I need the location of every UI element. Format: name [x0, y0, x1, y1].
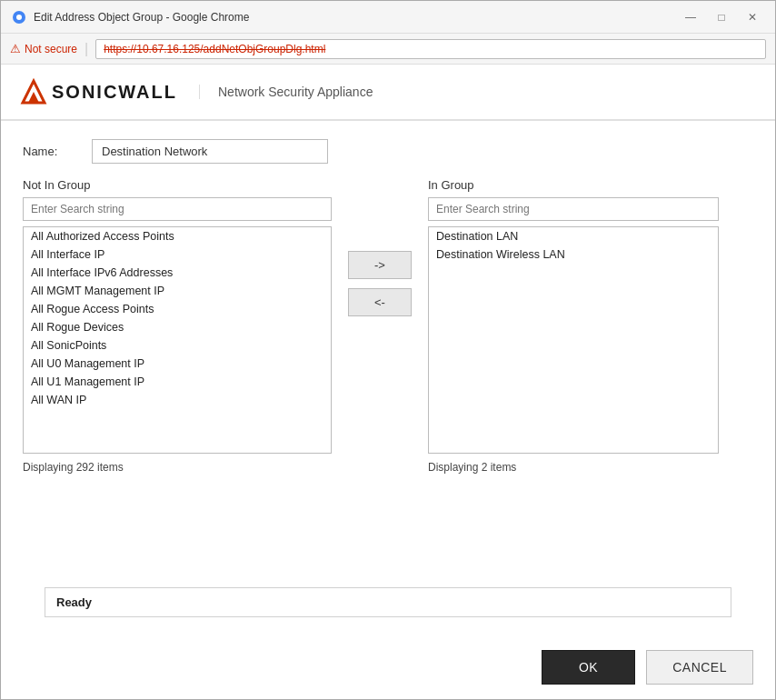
maximize-button[interactable]: □ [710, 7, 733, 27]
not-in-group-title: Not In Group [23, 178, 332, 192]
sonicwall-logo-icon [19, 77, 48, 106]
address-bar: ⚠ Not secure | https://10.67.16.125/addN… [1, 34, 775, 65]
footer: OK CANCEL [1, 635, 775, 699]
list-item[interactable]: All SonicPoints [24, 336, 331, 355]
list-item[interactable]: All Rogue Access Points [24, 300, 331, 318]
name-input[interactable] [92, 139, 328, 164]
svg-marker-3 [28, 92, 39, 103]
list-item[interactable]: All U0 Management IP [24, 355, 331, 373]
in-group-search[interactable] [428, 197, 719, 221]
in-group-list[interactable]: Destination LAN Destination Wireless LAN [428, 226, 719, 454]
minimize-button[interactable]: — [679, 7, 702, 27]
svg-point-1 [16, 15, 22, 20]
not-in-group-count: Displaying 292 items [23, 461, 332, 474]
title-bar: Edit Address Object Group - Google Chrom… [1, 1, 775, 34]
name-row: Name: [23, 139, 753, 164]
remove-from-group-button[interactable]: <- [348, 288, 412, 316]
url-bar[interactable]: https://10.67.16.125/addNetObjGroupDlg.h… [95, 39, 766, 59]
not-in-group-search[interactable] [23, 197, 332, 221]
divider: | [85, 41, 88, 57]
close-button[interactable]: ✕ [741, 7, 764, 27]
panels-container: Not In Group All Authorized Access Point… [23, 178, 753, 573]
list-item[interactable]: Destination LAN [429, 227, 718, 245]
security-warning: ⚠ Not secure [10, 42, 77, 55]
warning-icon: ⚠ [10, 42, 21, 55]
security-text: Not secure [25, 43, 77, 55]
title-bar-left: Edit Address Object Group - Google Chrom… [12, 10, 249, 25]
ok-button[interactable]: OK [542, 650, 635, 685]
in-group-title: In Group [428, 178, 719, 192]
not-in-group-list[interactable]: All Authorized Access Points All Interfa… [23, 226, 332, 454]
status-text: Ready [56, 595, 92, 609]
chrome-icon [12, 10, 26, 25]
app-subtitle: Network Security Appliance [199, 85, 373, 99]
list-item[interactable]: All WAN IP [24, 391, 331, 409]
in-group-panel: In Group Destination LAN Destination Wir… [428, 178, 719, 474]
app-header: SONICWALL Network Security Appliance [1, 65, 775, 121]
list-item[interactable]: All Rogue Devices [24, 318, 331, 336]
window-controls: — □ ✕ [679, 7, 764, 27]
list-item[interactable]: All Interface IPv6 Addresses [24, 264, 331, 282]
list-item[interactable]: All Authorized Access Points [24, 227, 331, 245]
name-label: Name: [23, 145, 77, 158]
dialog-content: Name: Not In Group All Authorized Access… [1, 121, 775, 635]
list-item[interactable]: All U1 Management IP [24, 373, 331, 391]
list-item[interactable]: All MGMT Management IP [24, 282, 331, 300]
list-item[interactable]: Destination Wireless LAN [429, 245, 718, 264]
list-item[interactable]: All Interface IP [24, 245, 331, 264]
logo-text: SONICWALL [52, 82, 177, 103]
add-to-group-button[interactable]: -> [348, 251, 412, 279]
status-bar: Ready [45, 587, 731, 617]
cancel-button[interactable]: CANCEL [646, 650, 753, 685]
sonicwall-logo: SONICWALL [19, 77, 177, 106]
not-in-group-panel: Not In Group All Authorized Access Point… [23, 178, 332, 474]
in-group-count: Displaying 2 items [428, 461, 719, 474]
window-title: Edit Address Object Group - Google Chrom… [34, 11, 249, 24]
main-window: Edit Address Object Group - Google Chrom… [0, 0, 776, 700]
arrow-buttons-panel: -> <- [332, 178, 428, 316]
